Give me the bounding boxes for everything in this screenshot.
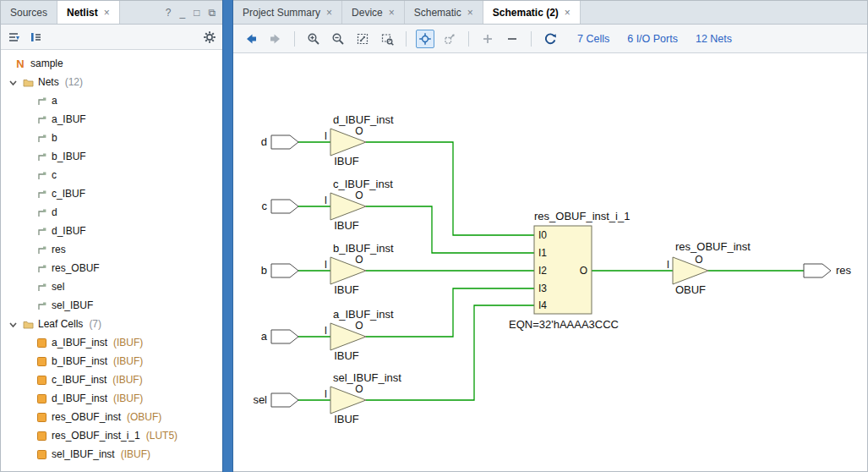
buffer-symbol[interactable]	[673, 257, 708, 284]
tree-net-item[interactable]: a	[1, 91, 222, 110]
cell-icon	[36, 356, 47, 367]
io-ports-link[interactable]: 6 I/O Ports	[627, 33, 678, 45]
tab-sources[interactable]: Sources	[1, 1, 57, 24]
close-icon[interactable]: ×	[467, 7, 473, 19]
port-sel[interactable]: sel	[253, 393, 298, 407]
cell-type-label: IBUF	[334, 155, 359, 167]
schematic-svg: d c b a sel	[233, 53, 867, 471]
ibuf-c[interactable]: c_IBUF_inst O I IBUF	[325, 178, 394, 232]
cell-type-label: IBUF	[334, 219, 359, 232]
tab-label: Project Summary	[243, 7, 320, 19]
input-port-shape[interactable]	[271, 264, 298, 277]
port-c[interactable]: c	[262, 200, 299, 213]
pin-label-o: O	[355, 125, 363, 137]
tree-label: Nets	[38, 76, 59, 88]
port-res[interactable]: res	[804, 264, 852, 277]
panel-divider[interactable]	[222, 0, 233, 472]
ibuf-sel[interactable]: sel_IBUF_inst O I IBUF	[325, 371, 402, 425]
pin-label-o: O	[355, 189, 363, 201]
tree-cell-item[interactable]: res_OBUF_inst_i_1 (LUT5)	[1, 426, 222, 445]
input-port-shape[interactable]	[271, 393, 298, 407]
tree-net-item[interactable]: c_IBUF	[1, 184, 222, 203]
close-icon[interactable]: ×	[389, 7, 395, 19]
float-icon[interactable]: □	[194, 7, 199, 19]
minimize-icon[interactable]: _	[179, 7, 185, 19]
port-label: a	[261, 330, 268, 343]
tree-net-item[interactable]: a_IBUF	[1, 110, 222, 129]
tab-project-summary[interactable]: Project Summary ×	[233, 1, 342, 24]
output-port-shape[interactable]	[804, 264, 831, 277]
tree-net-item[interactable]: b_IBUF	[1, 147, 222, 166]
back-arrow-icon[interactable]	[242, 30, 260, 48]
tree-cell-item[interactable]: a_IBUF_inst (IBUF)	[1, 333, 222, 352]
port-a[interactable]: a	[261, 330, 298, 343]
schematic-canvas[interactable]: d c b a sel	[233, 53, 867, 471]
cell-icon	[36, 412, 47, 423]
tree-group-nets[interactable]: Nets (12)	[1, 73, 222, 91]
tab-netlist[interactable]: Netlist ×	[57, 1, 120, 24]
tree-root-sample[interactable]: N sample	[1, 54, 222, 73]
nets-link[interactable]: 12 Nets	[696, 33, 732, 45]
tree-net-item[interactable]: sel	[1, 277, 222, 296]
input-port-shape[interactable]	[271, 330, 298, 343]
tree-net-item[interactable]: c	[1, 166, 222, 184]
cell-type: (IBUF)	[113, 337, 143, 349]
cell-type: (IBUF)	[113, 392, 143, 404]
remove-icon[interactable]	[503, 30, 521, 48]
tree-cell-item[interactable]: c_IBUF_inst (IBUF)	[1, 370, 222, 389]
tab-device[interactable]: Device ×	[342, 1, 405, 24]
tab-schematic-2[interactable]: Schematic (2) ×	[483, 1, 581, 24]
zoom-area-icon[interactable]	[378, 30, 396, 48]
tree-cell-item[interactable]: b_IBUF_inst (IBUF)	[1, 352, 222, 370]
close-icon[interactable]: ×	[326, 7, 332, 19]
expand-all-icon[interactable]	[29, 30, 42, 44]
zoom-out-icon[interactable]	[329, 30, 347, 48]
tree-net-item[interactable]: d_IBUF	[1, 222, 222, 240]
cell-name: res_OBUF_inst_i_1	[52, 430, 140, 442]
cell-type: (IBUF)	[113, 355, 143, 367]
tree-net-item[interactable]: b	[1, 129, 222, 147]
expand-selection-icon[interactable]	[440, 30, 459, 48]
help-icon[interactable]: ?	[166, 7, 172, 19]
instance-label: sel_IBUF_inst	[333, 371, 401, 384]
maximize-icon[interactable]: ⧉	[208, 7, 216, 19]
forward-arrow-icon[interactable]	[266, 30, 285, 48]
tree-count: (7)	[89, 318, 101, 330]
chevron-down-icon[interactable]	[8, 77, 19, 88]
pin-label-o: O	[355, 254, 363, 266]
zoom-in-icon[interactable]	[304, 30, 323, 48]
tree-cell-item[interactable]: res_OBUF_inst (OBUF)	[1, 408, 222, 426]
close-icon[interactable]: ×	[565, 7, 570, 19]
tab-schematic[interactable]: Schematic ×	[405, 1, 483, 24]
ibuf-b[interactable]: b_IBUF_inst O I IBUF	[325, 242, 394, 296]
close-icon[interactable]: ×	[104, 7, 110, 19]
instance-label: a_IBUF_inst	[333, 308, 394, 321]
regenerate-icon[interactable]	[541, 30, 560, 48]
input-port-shape[interactable]	[271, 200, 298, 213]
obuf-res[interactable]: res_OBUF_inst O I OBUF	[667, 240, 751, 296]
collapse-all-icon[interactable]	[7, 30, 20, 44]
add-icon[interactable]	[478, 30, 497, 48]
gear-icon[interactable]	[203, 30, 216, 44]
netlist-tree: N sample Nets (12) a a_IBUF	[1, 50, 222, 471]
tree-cell-item[interactable]: d_IBUF_inst (IBUF)	[1, 389, 222, 408]
tree-label: sample	[30, 58, 63, 69]
input-port-shape[interactable]	[271, 135, 298, 149]
autofit-selection-icon[interactable]	[416, 30, 434, 48]
chevron-down-icon[interactable]	[8, 319, 19, 330]
pin-label-o: O	[355, 320, 363, 332]
ibuf-d[interactable]: d_IBUF_inst O I IBUF	[325, 113, 394, 167]
tree-net-item[interactable]: sel_IBUF	[1, 296, 222, 315]
cells-link[interactable]: 7 Cells	[577, 33, 609, 45]
port-b[interactable]: b	[261, 264, 298, 277]
tree-cell-item[interactable]: sel_IBUF_inst (IBUF)	[1, 445, 222, 464]
cell-name: b_IBUF_inst	[52, 355, 107, 367]
ibuf-a[interactable]: a_IBUF_inst O I IBUF	[325, 308, 394, 362]
tree-net-item[interactable]: d	[1, 203, 222, 222]
port-d[interactable]: d	[261, 135, 298, 149]
tree-net-item[interactable]: res_OBUF	[1, 259, 222, 277]
schematic-panel: Project Summary × Device × Schematic × S…	[233, 0, 868, 472]
tree-group-leaf-cells[interactable]: Leaf Cells (7)	[1, 315, 222, 333]
tree-net-item[interactable]: res	[1, 240, 222, 259]
zoom-fit-icon[interactable]	[353, 30, 372, 48]
